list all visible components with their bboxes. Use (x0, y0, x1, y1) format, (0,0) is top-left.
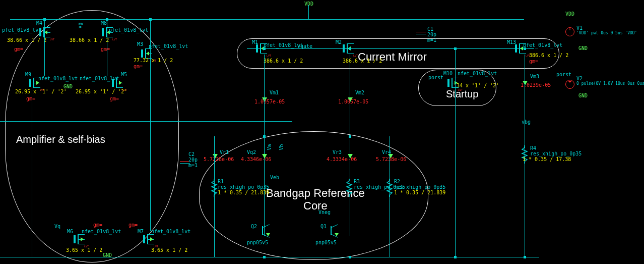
label-R2-model: res_xhigh_po_0p35 (394, 184, 445, 190)
bjt-Q1[interactable] (328, 224, 341, 237)
probe-Vm2-name: Vm2 (355, 90, 364, 95)
label-M4-gm: gm= (14, 46, 23, 52)
probe-Vm1-name: Vm1 (270, 90, 279, 95)
net-vneg: Vneg (318, 209, 331, 215)
label-R4-name: R4 (530, 145, 536, 151)
label-M6-name: M6 (67, 229, 73, 234)
label-M4-model: pfet_01v8_lvt (2, 27, 41, 33)
label-Q1-name: Q1 (320, 224, 327, 229)
label-M8-name: M8 (101, 20, 107, 26)
label-M3-model: pfet_01v8_lvt (149, 43, 188, 49)
net-vq: Vq (54, 224, 60, 229)
transistor-M6[interactable]: LVT (74, 232, 88, 246)
label-R2-name: R2 (394, 179, 400, 184)
label-M7-name: M7 (138, 229, 144, 234)
net-veb: Veb (270, 175, 279, 180)
label-M8-gm: gm= (101, 46, 110, 52)
label-M5-gm: gm= (110, 96, 119, 101)
label-M7-wl: 3.65 x 1 / 2 (151, 247, 187, 253)
net-porst-l: porst (428, 75, 443, 80)
label-M2-wl: 386.6 x 1 / 2 (343, 58, 382, 64)
label-R4-wl: 1 * 0.35 / 17.38 (523, 156, 571, 162)
label-M9-gm: gm= (26, 96, 35, 101)
net-vg: vg (77, 22, 83, 28)
label-C2-name: C2 (188, 151, 195, 157)
probe-Vr1-val: 5.7228e-06 (204, 156, 234, 162)
label-M3-gm: gm= (134, 64, 143, 69)
label-Q1-model: pnp05v5 (315, 240, 337, 245)
label-M5-wl: 26.95 x '1' / '2' (76, 89, 127, 94)
label-C2-val: 20p (188, 157, 198, 163)
label-M3-name: M3 (137, 41, 143, 47)
resistor-R3[interactable] (346, 179, 353, 197)
label-M5-name: M5 (121, 72, 127, 77)
gnd-v2: GND (578, 93, 588, 98)
gnd-tail: GND (103, 252, 112, 258)
label-R2-wl: 1 * 0.35 / 21.839 (394, 190, 445, 195)
transistor-M7[interactable]: LVT (143, 232, 157, 246)
label-M10-name: M10 (443, 71, 453, 76)
label-R4-model: res_xhigh_po_0p35 (530, 151, 582, 156)
label-M9-wl: 26.95 x '1' / '2' (15, 89, 67, 94)
label-M4-name: M4 (36, 20, 42, 26)
label-M1-wl: 386.6 x 1 / 2 (264, 58, 303, 64)
vsrc-V1[interactable] (565, 27, 574, 36)
label-M13-wl: 386.6 x 1 / 2 (529, 52, 568, 58)
label-R1-name: R1 (218, 179, 224, 184)
probe-Vm3-val: 1.0239e-05 (521, 82, 551, 88)
label-C1-val: 20p (427, 32, 436, 37)
label-M10-wl: 34 x '1' / '2' (457, 83, 499, 88)
label-V2-name: V2 (576, 76, 583, 81)
schematic-canvas[interactable]: Amplifier & self-bias Current Mirror Sta… (0, 0, 644, 264)
probe-Vr4-val: 5.7238e-06 (376, 156, 406, 162)
label-V1-name: V1 (576, 25, 583, 31)
probe-Vr1-name: Vr1 (220, 149, 229, 155)
label-M9-name: M9 (25, 72, 31, 77)
label-Q2-name: Q2 (251, 224, 257, 229)
label-M4-wl: 38.66 x 1 / 2 (7, 37, 46, 43)
bjt-Q2[interactable] (259, 224, 272, 237)
net-va: Va (267, 144, 272, 150)
gnd-v1: GND (578, 45, 588, 51)
probe-Vm1-val: 1.0057e-05 (254, 99, 285, 104)
net-vgate: vgate (297, 43, 312, 49)
label-M1-name: M1 (252, 39, 258, 45)
label-M3-wl: 77.32 x 1 / 2 (134, 58, 173, 63)
label-M13-gm: gm= (529, 59, 538, 64)
label-R1-wl: 1 * 0.35 / 21.839 (218, 190, 269, 195)
label-M10-model: nfet_01v8_lvt (458, 71, 497, 76)
label-C1-name: C1 (427, 26, 433, 32)
label-M6-model: nfet_01v8_lvt (82, 229, 121, 234)
probe-Vr3-val: 4.3334e-06 (327, 156, 357, 162)
probe-Vm3-name: Vm3 (530, 74, 539, 79)
label-M8-model: pfet_01v8_lvt (109, 27, 148, 33)
net-porst-r: porst (556, 72, 571, 77)
gnd-amp-src: GND (63, 84, 73, 89)
label-M9-model: nfet_01v8_lvt (38, 76, 78, 81)
label-M13-name: M13 (507, 39, 516, 45)
label-M2-name: M2 (336, 39, 342, 45)
label-Q2-model: pnp05v5 (247, 240, 268, 245)
net-vdd-2: VDD (565, 11, 574, 17)
label-R1-model: res_xhigh_po_0p35 (218, 184, 269, 190)
probe-Vq2-name: Vq2 (247, 149, 256, 155)
net-vbg: vbg (522, 119, 531, 125)
capacitor-C1[interactable] (416, 29, 426, 36)
label-R3-name: R3 (354, 179, 360, 184)
label-C1-mult: m=1 (427, 37, 436, 43)
label-C2-mult: m=1 (188, 163, 198, 168)
net-vdd: VDD (304, 1, 313, 7)
probe-Vm2-val: 1.0057e-05 (338, 99, 368, 104)
label-V2-stim: 0 pulse(0V 1.8V 10us 0us 0us 5us) (576, 81, 644, 86)
label-M7-model: nfet_01v8_lvt (151, 229, 190, 234)
net-vb: Vb (279, 144, 284, 150)
label-M13-model: pfet_01v8_lvt (523, 42, 562, 48)
label-V1-stim: 'VDD' pwl 0us 0 5us 'VDD' (576, 31, 637, 35)
label-M5-model: nfet_01v8_lvt (80, 76, 119, 81)
label-M6-wl: 3.65 x 1 / 2 (66, 247, 102, 253)
label-M7-gm: gm= (128, 222, 138, 228)
bubble-amp-text: Amplifier & self-bias (16, 134, 105, 145)
probe-Vq2-val: 4.3346e-06 (241, 156, 271, 162)
vsrc-V2[interactable] (565, 80, 574, 89)
label-M6-gm: gm= (93, 222, 102, 228)
